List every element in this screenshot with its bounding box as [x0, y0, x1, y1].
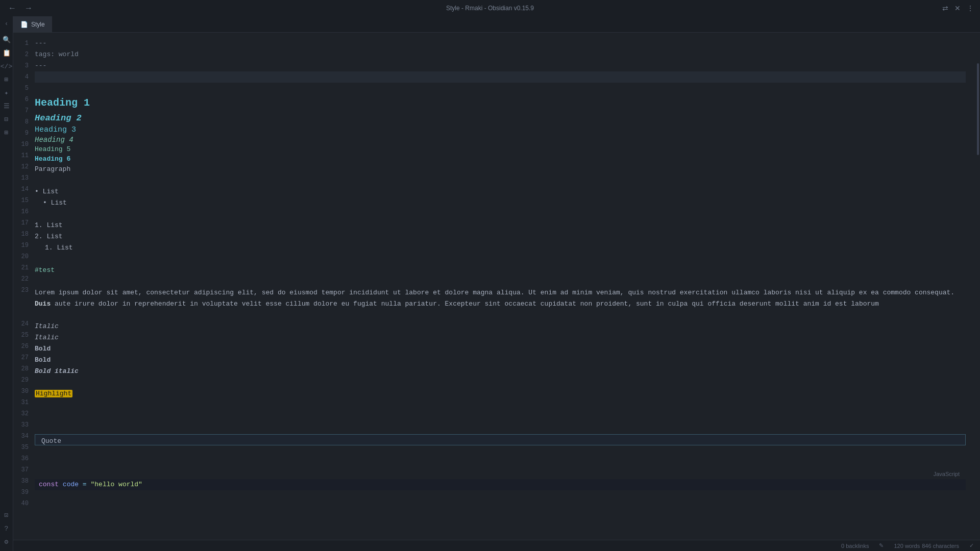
tab-icon: 📄 — [20, 21, 28, 28]
line-2: tags: world — [35, 49, 966, 60]
line-37 — [35, 458, 966, 469]
line-15-list-nested: • List — [35, 197, 966, 209]
line-1: --- — [35, 38, 966, 49]
sidebar-icon-bookmarks[interactable]: ☰ — [2, 101, 12, 111]
line-numbers: 1 2 3 4 5 6 7 8 9 10 11 12 13 14 15 16 1… — [13, 33, 33, 540]
line-36 — [35, 446, 966, 458]
close-button[interactable]: ✕ — [954, 4, 961, 12]
backlinks-status[interactable]: 0 backlinks — [841, 543, 869, 549]
sidebar-icon-files[interactable]: 📋 — [2, 48, 12, 58]
line-8-heading3: Heading 3 — [35, 124, 966, 135]
sidebar-icon-graph[interactable]: ⊟ — [2, 114, 12, 124]
line-30 — [35, 377, 966, 388]
edit-icon: ✎ — [879, 542, 884, 549]
code-string: "hello world" — [90, 481, 142, 488]
line-9-heading4: Heading 4 — [35, 135, 966, 145]
line-28-bold: Bold — [35, 355, 966, 366]
line-3: --- — [35, 60, 966, 71]
bold-word: Duis — [35, 300, 51, 308]
sidebar-icon-help[interactable]: ? — [2, 523, 12, 534]
line-34 — [35, 422, 966, 433]
line-40 — [35, 490, 966, 502]
line-5 — [35, 83, 966, 94]
sidebar-icon-search[interactable]: 🔍 — [2, 35, 12, 45]
line-10-heading5: Heading 5 — [35, 145, 966, 154]
line-26-italic: Italic — [35, 332, 966, 343]
line-21-tag: #test — [35, 265, 966, 276]
line-11-heading6: Heading 6 — [35, 155, 966, 164]
words-label: 120 words — [894, 543, 920, 549]
line-39-code: const code = "hello world" — [35, 479, 966, 490]
line-12-paragraph: Paragraph — [35, 164, 966, 175]
highlight-span: Highlight — [35, 390, 72, 397]
line-27-bold: Bold — [35, 343, 966, 355]
scrollbar-thumb[interactable] — [977, 63, 979, 155]
nav-buttons: ← → — [6, 4, 35, 13]
line-23-lorem: Lorem ipsum dolor sit amet, consectetur … — [35, 287, 966, 310]
scrollbar-track[interactable] — [976, 33, 980, 540]
line-13 — [35, 175, 966, 186]
sidebar-icon-settings[interactable]: ⚙ — [2, 537, 12, 547]
line-38-code-header: JavaScript — [35, 469, 966, 479]
line-24 — [35, 310, 966, 321]
edit-icon-status[interactable]: ✎ — [879, 542, 884, 549]
wordcount-status: 120 words 846 characters — [894, 543, 959, 549]
code-keyword: const — [39, 481, 59, 488]
reading-view-button[interactable]: ⇄ — [942, 4, 948, 12]
tab-label: Style — [31, 21, 45, 28]
line-18-olist: 2. List — [35, 231, 966, 242]
line-20 — [35, 254, 966, 265]
check-icon-status: ✓ — [969, 542, 974, 549]
sidebar-icon-code[interactable]: </> — [2, 61, 12, 71]
main-layout: ‹ 🔍 📋 </> ⊞ ✦ ☰ ⊟ ⊞ ⊡ ? ⚙ 📄 Style 1 2 3 … — [0, 16, 980, 551]
backlinks-label: 0 backlinks — [841, 543, 869, 549]
tab-style[interactable]: 📄 Style — [13, 16, 53, 32]
line-14-list: • List — [35, 186, 966, 197]
line-25-italic: Italic — [35, 321, 966, 332]
sidebar-toggle-button[interactable]: ‹ — [5, 20, 8, 28]
code-var: code — [63, 481, 79, 488]
sidebar: ‹ 🔍 📋 </> ⊞ ✦ ☰ ⊟ ⊞ ⊡ ? ⚙ — [0, 16, 13, 551]
sidebar-icon-grid[interactable]: ⊞ — [2, 74, 12, 85]
editor-content[interactable]: --- tags: world --- Heading 1 Heading 2 … — [33, 33, 976, 540]
sidebar-icon-star[interactable]: ✦ — [2, 88, 12, 98]
line-33 — [35, 411, 966, 422]
nav-back-button[interactable]: ← — [6, 4, 18, 13]
check-icon: ✓ — [969, 542, 974, 549]
titlebar: ← → Style - Rmaki - Obsidian v0.15.9 ⇄ ✕… — [0, 0, 980, 16]
line-29-bold-italic: Bold italic — [35, 366, 966, 377]
line-32 — [35, 399, 966, 411]
code-op: = — [83, 481, 87, 488]
content-wrap: 📄 Style 1 2 3 4 5 6 7 8 9 10 11 12 13 14 — [13, 16, 980, 551]
window-title: Style - Rmaki - Obsidian v0.15.9 — [446, 5, 534, 12]
line-19-olist-nested: 1. List — [35, 242, 966, 254]
sidebar-icon-tags[interactable]: ⊞ — [2, 128, 12, 138]
sidebar-icon-plugin[interactable]: ⊡ — [2, 510, 12, 520]
line-22 — [35, 276, 966, 287]
statusbar: 0 backlinks ✎ 120 words 846 characters ✓ — [13, 540, 980, 551]
nav-forward-button[interactable]: → — [22, 4, 35, 13]
line-6-heading1: Heading 1 — [35, 96, 966, 110]
line-4 — [35, 71, 966, 83]
line-16 — [35, 209, 966, 220]
chars-label: 846 characters — [922, 543, 959, 549]
more-options-button[interactable]: ⋮ — [967, 4, 974, 12]
window-controls: ⇄ ✕ ⋮ — [942, 4, 974, 12]
editor-area[interactable]: 1 2 3 4 5 6 7 8 9 10 11 12 13 14 15 16 1… — [13, 33, 980, 540]
tab-bar: 📄 Style — [13, 16, 980, 33]
line-31-highlight: Highlight — [35, 388, 966, 399]
code-language-label: JavaScript — [934, 469, 960, 479]
line-35-blockquote: Quote — [35, 434, 966, 445]
line-17-olist: 1. List — [35, 220, 966, 231]
line-7-heading2: Heading 2 — [35, 112, 966, 124]
